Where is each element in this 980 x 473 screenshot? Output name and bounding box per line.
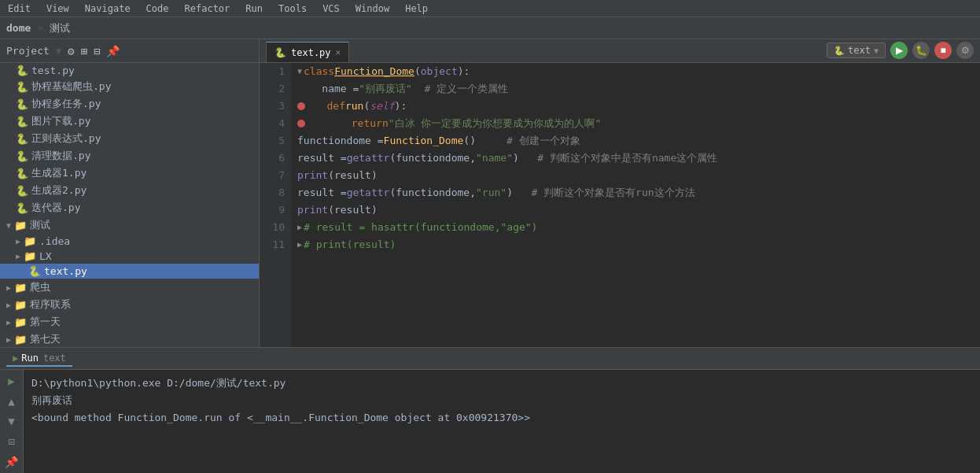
sidebar-folder-day7[interactable]: ▶ 📁 第七天 (0, 331, 259, 347)
run-tab-name: text (43, 353, 66, 364)
sidebar-item-regex[interactable]: 🐍 正则表达式.py (0, 130, 259, 147)
scroll-down-btn[interactable]: ▼ (3, 414, 20, 430)
folder-icon: 📁 (14, 299, 27, 311)
tab-run[interactable]: ▶ Run text (6, 351, 72, 367)
breadcrumb-folder: 测试 (50, 21, 70, 35)
bottom-panel: ▶ Run text ▶ ▲ ▼ ⊡ 📌 D:\python1\python.e… (0, 347, 980, 473)
menu-navigate[interactable]: Navigate (82, 2, 134, 16)
main-area: 🐍 test.py 🐍 协程基础爬虫.py 🐍 协程多任务.py 🐍 图片下载.… (0, 63, 980, 347)
code-text: result (334, 167, 371, 184)
code-text: result (334, 201, 371, 219)
sidebar-item-label: 迭代器.py (31, 201, 80, 215)
string-name-arg: "name" (476, 150, 513, 167)
console-output1: 别再废话 (31, 392, 972, 409)
tab-close-icon[interactable]: ✕ (336, 47, 341, 57)
sidebar-item-img-download[interactable]: 🐍 图片下载.py (0, 113, 259, 130)
sidebar-folder-test[interactable]: ▼ 📁 测试 (0, 216, 259, 234)
builtin-print2: print (297, 201, 328, 219)
paren: ( (328, 167, 334, 184)
keyword-return: return (308, 115, 389, 132)
code-line-11: ▶ # print(result) (297, 236, 974, 253)
bottom-sidebar: ▶ ▲ ▼ ⊡ 📌 (0, 370, 24, 473)
sidebar-folder-lx[interactable]: ▶ 📁 LX (0, 249, 259, 264)
split-btn[interactable]: ⊡ (3, 434, 20, 449)
sidebar-item-clean-data[interactable]: 🐍 清理数据.py (0, 147, 259, 164)
menu-help[interactable]: Help (402, 2, 431, 16)
settings-icon[interactable]: ⚙ (68, 45, 74, 57)
sidebar-folder-crawler[interactable]: ▶ 📁 爬虫 (0, 279, 259, 296)
menu-code[interactable]: Code (143, 2, 172, 16)
fold-icon[interactable]: ▶ (297, 219, 302, 236)
sidebar-item-label: 图片下载.py (31, 114, 90, 128)
expand-icon[interactable]: ⊞ (80, 45, 87, 57)
paren: ) (507, 184, 513, 201)
sidebar-item-label: 生成器1.py (31, 166, 87, 180)
folder-arrow: ▶ (6, 283, 11, 292)
run-config[interactable]: 🐍 text ▼ (827, 42, 886, 58)
paren: ): (395, 98, 407, 115)
line-num-3: 3 (266, 98, 285, 115)
fold-icon[interactable]: ▼ (297, 63, 302, 80)
sidebar-item-coroutine-task[interactable]: 🐍 协程多任务.py (0, 95, 259, 113)
project-label: Project (6, 45, 50, 57)
run-button[interactable]: ▶ (890, 42, 908, 59)
pin-icon[interactable]: 📌 (106, 45, 120, 57)
collapse-icon[interactable]: ⊟ (94, 45, 100, 57)
folder-icon: 📁 (14, 334, 27, 346)
paren: ( (414, 63, 421, 80)
sidebar-item-text-py[interactable]: 🐍 text.py (0, 264, 259, 279)
folder-icon: 📁 (14, 316, 27, 328)
sidebar-folder-idea[interactable]: ▶ 📁 .idea (0, 234, 259, 249)
code-editor[interactable]: 1 2 3 4 5 6 7 8 9 10 11 ▼ class Function… (260, 63, 980, 347)
sidebar-folder-day1[interactable]: ▶ 📁 第一天 (0, 313, 259, 331)
sidebar-item-label: 测试 (30, 218, 50, 232)
comment: # 判断这个对象中是否有name这个属性 (519, 150, 717, 167)
stop-button[interactable]: ■ (934, 42, 952, 59)
more-button[interactable]: ⚙ (956, 42, 974, 59)
fold-icon[interactable]: ▶ (297, 236, 302, 253)
paren: ( (389, 150, 396, 167)
scroll-up-btn[interactable]: ▲ (3, 394, 20, 409)
debug-button[interactable]: 🐛 (912, 42, 930, 59)
paren: ): (458, 63, 470, 80)
code-line-1: ▼ class Function_Dome ( object ): (297, 63, 974, 80)
menu-tools[interactable]: Tools (275, 2, 310, 16)
tab-text-py[interactable]: 🐍 text.py ✕ (266, 42, 349, 62)
breakpoint-icon (297, 120, 305, 127)
menu-edit[interactable]: Edit (5, 2, 34, 16)
line-num-7: 7 (266, 167, 285, 184)
menu-refactor[interactable]: Refactor (182, 2, 234, 16)
sidebar-item-coroutine-crawler[interactable]: 🐍 协程基础爬虫.py (0, 78, 259, 95)
sidebar-item-gen2[interactable]: 🐍 生成器2.py (0, 182, 259, 199)
sidebar-item-iterator[interactable]: 🐍 迭代器.py (0, 199, 259, 216)
code-line-3: def run ( self ): (297, 98, 974, 115)
menu-vcs[interactable]: VCS (319, 2, 343, 16)
py-icon: 🐍 (28, 265, 41, 277)
class-name: Function_Dome (334, 63, 414, 80)
menu-window[interactable]: Window (352, 2, 392, 16)
code-text: result = (297, 150, 347, 167)
code-line-7: print ( result ) (297, 167, 974, 184)
folder-icon: 📁 (24, 250, 36, 262)
play-side-btn[interactable]: ▶ (3, 373, 20, 389)
sidebar-item-test-py[interactable]: 🐍 test.py (0, 63, 259, 78)
menu-run[interactable]: Run (242, 2, 266, 16)
builtin-print: print (297, 167, 328, 184)
pin-side-btn[interactable]: 📌 (3, 454, 20, 470)
menu-view[interactable]: View (43, 2, 72, 16)
code-text: functiondome, (396, 184, 476, 201)
func-name-run: run (345, 98, 363, 115)
sidebar-item-gen1[interactable]: 🐍 生成器1.py (0, 164, 259, 182)
py-icon: 🐍 (16, 168, 28, 179)
py-icon: 🐍 (16, 65, 28, 76)
console-output2: <bound method Function_Dome.run of <__ma… (31, 409, 972, 427)
sidebar-item-label: text.py (44, 265, 87, 277)
project-name: dome (6, 22, 31, 34)
line-numbers: 1 2 3 4 5 6 7 8 9 10 11 (260, 63, 291, 347)
string-name: "别再废话" (359, 80, 412, 98)
code-line-10: ▶ # result = hasattr(functiondome,"age") (297, 219, 974, 236)
run-config-label: text (848, 45, 871, 56)
sidebar-folder-programs[interactable]: ▶ 📁 程序联系 (0, 296, 259, 313)
keyword-class: class (304, 63, 334, 80)
class-ref: Function_Dome (384, 132, 464, 150)
